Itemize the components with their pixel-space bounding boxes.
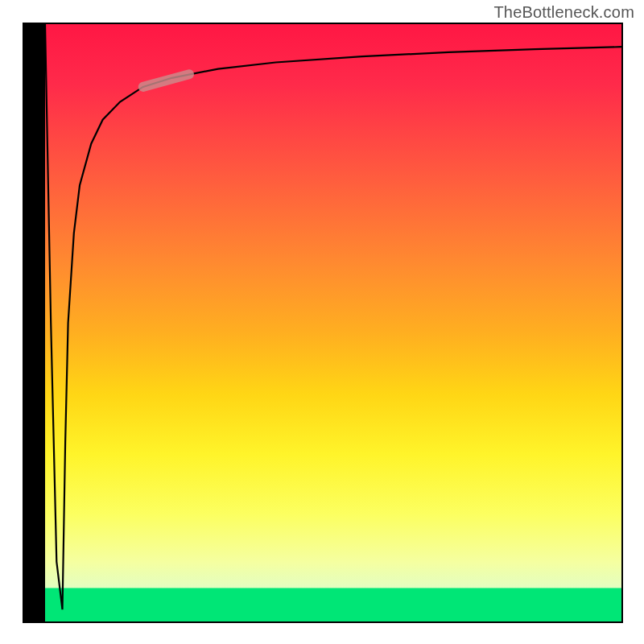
chart-frame bbox=[23, 23, 623, 623]
chart-gradient-area bbox=[45, 24, 621, 621]
curve-path bbox=[45, 24, 621, 609]
chart-svg bbox=[45, 24, 621, 621]
highlight-segment bbox=[143, 74, 189, 87]
attribution-text: TheBottleneck.com bbox=[493, 3, 634, 22]
